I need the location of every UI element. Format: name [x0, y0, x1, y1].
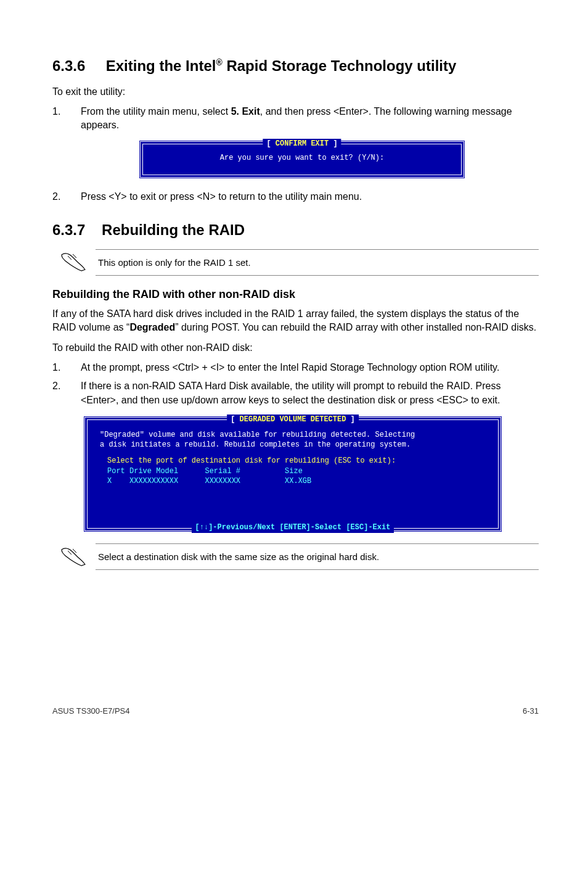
- step-body: At the prompt, press <Ctrl> + <I> to ent…: [81, 361, 539, 374]
- section-title-b: Rapid Storage Technology utility: [223, 57, 457, 74]
- select-header: Port Drive Model Serial # Size: [107, 466, 486, 476]
- note-block-1: This option is only for the RAID 1 set.: [52, 249, 539, 276]
- step-number: 1.: [52, 105, 81, 133]
- note-hand-icon: [52, 251, 96, 273]
- terminal-title-badge: [ CONFIRM EXIT ]: [263, 139, 341, 149]
- select-intro: Select the port of destination disk for …: [107, 456, 486, 466]
- para-637-2: To rebuild the RAID with other non-RAID …: [52, 341, 539, 355]
- section-number: 6.3.6: [52, 57, 85, 74]
- registered-mark: ®: [216, 57, 222, 67]
- steps-637: 1. At the prompt, press <Ctrl> + <I> to …: [52, 361, 539, 407]
- note-block-2: Select a destination disk with the same …: [52, 543, 539, 570]
- terminal-footer-wrap: [↑↓]-Previous/Next [ENTER]-Select [ESC]-…: [88, 522, 498, 533]
- note-text: Select a destination disk with the same …: [96, 543, 539, 570]
- para-b: ” during POST. You can rebuild the RAID …: [175, 322, 536, 332]
- terminal-confirm-exit: [ CONFIRM EXIT ] Are you sure you want t…: [139, 140, 465, 179]
- terminal-inner: [ CONFIRM EXIT ] Are you sure you want t…: [142, 144, 462, 175]
- footer-text: [↑↓]-Previous/Next [ENTER]-Select [ESC]-…: [195, 523, 391, 532]
- terminal-line: Are you sure you want to exit? (Y/N):: [220, 154, 384, 162]
- step-number: 2.: [52, 379, 81, 407]
- intro-636: To exit the utility:: [52, 85, 539, 99]
- subheading-rebuild: Rebuilding the RAID with other non-RAID …: [52, 287, 539, 302]
- msg-line-2: a disk initiates a rebuild. Rebuild comp…: [100, 440, 410, 449]
- step-636-1: 1. From the utility main menu, select 5.…: [52, 105, 539, 133]
- step-text-bold: 5. Exit: [231, 106, 260, 117]
- section-title: Rebuilding the RAID: [102, 221, 245, 238]
- steps-636: 1. From the utility main menu, select 5.…: [52, 105, 539, 133]
- section-heading-636: 6.3.6 Exiting the Intel® Rapid Storage T…: [52, 56, 539, 76]
- para-bold: Degraded: [129, 322, 175, 332]
- terminal-inner: [ DEGRADED VOLUME DETECTED ] "Degraded" …: [87, 419, 499, 529]
- step-637-2: 2. If there is a non-RAID SATA Hard Disk…: [52, 379, 539, 407]
- step-number: 1.: [52, 361, 81, 374]
- terminal-title-badge: [ DEGRADED VOLUME DETECTED ]: [227, 415, 359, 425]
- step-body: Press <Y> to exit or press <N> to return…: [81, 190, 539, 204]
- footer-right: 6-31: [523, 706, 539, 717]
- msg-line-1: "Degraded" volume and disk available for…: [100, 431, 415, 439]
- terminal-degraded-volume: [ DEGRADED VOLUME DETECTED ] "Degraded" …: [83, 416, 502, 532]
- section-title-a: Exiting the Intel: [106, 57, 216, 74]
- section-heading-637: 6.3.7 Rebuilding the RAID: [52, 220, 539, 241]
- step-body: If there is a non-RAID SATA Hard Disk av…: [81, 379, 539, 407]
- section-number: 6.3.7: [52, 221, 85, 238]
- note-hand-icon: [52, 546, 96, 568]
- step-636-2: 2. Press <Y> to exit or press <N> to ret…: [52, 190, 539, 204]
- terminal-msg: "Degraded" volume and disk available for…: [100, 430, 486, 450]
- page-footer: ASUS TS300-E7/PS4 6-31: [52, 706, 539, 717]
- terminal-footer: [↑↓]-Previous/Next [ENTER]-Select [ESC]-…: [192, 522, 394, 533]
- step-637-1: 1. At the prompt, press <Ctrl> + <I> to …: [52, 361, 539, 374]
- step-text-a: From the utility main menu, select: [81, 106, 231, 117]
- badge-text: CONFIRM EXIT: [276, 139, 329, 148]
- step-body: From the utility main menu, select 5. Ex…: [81, 105, 539, 133]
- para-637-1: If any of the SATA hard disk drives incl…: [52, 307, 539, 335]
- step-number: 2.: [52, 190, 81, 204]
- steps-636b: 2. Press <Y> to exit or press <N> to ret…: [52, 190, 539, 204]
- badge-text: DEGRADED VOLUME DETECTED: [240, 415, 346, 424]
- select-row: X XXXXXXXXXXX XXXXXXXX XX.XGB: [107, 476, 486, 486]
- terminal-select-block: Select the port of destination disk for …: [107, 456, 486, 523]
- note-text: This option is only for the RAID 1 set.: [96, 249, 539, 276]
- footer-left: ASUS TS300-E7/PS4: [52, 706, 130, 717]
